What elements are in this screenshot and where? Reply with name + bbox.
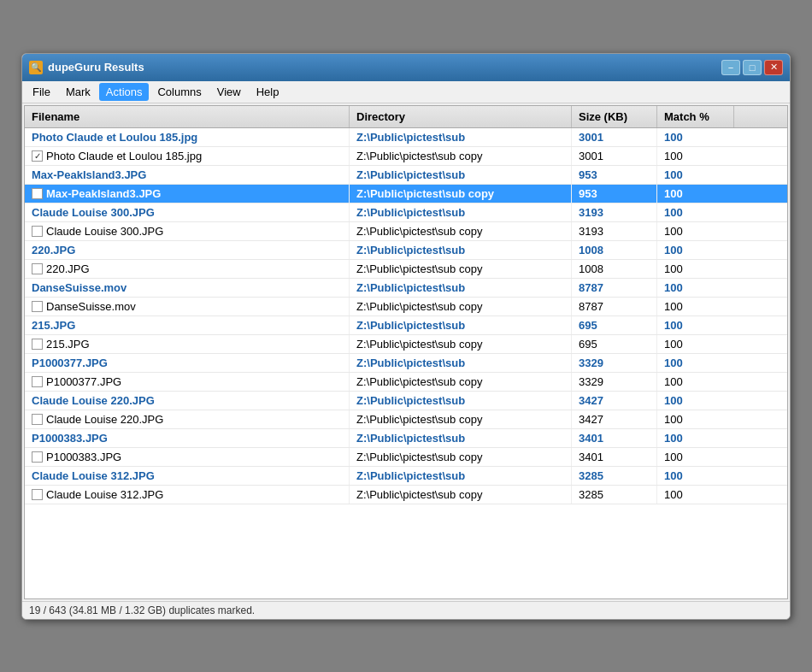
row-checkbox[interactable]: [32, 414, 43, 425]
menu-item-help[interactable]: Help: [250, 83, 286, 101]
table-row[interactable]: DanseSuisse.movZ:\Public\pictest\sub8787…: [25, 279, 787, 298]
table-body[interactable]: Photo Claude et Loulou 185.jpgZ:\Public\…: [25, 128, 787, 598]
cell-match: 100: [657, 429, 734, 447]
close-button[interactable]: ✕: [764, 60, 783, 75]
col-match: Match %: [657, 106, 734, 127]
col-directory: Directory: [350, 106, 572, 127]
cell-size: 3285: [572, 467, 657, 485]
cell-size: 695: [572, 316, 657, 334]
table-row[interactable]: Claude Louise 220.JPGZ:\Public\pictest\s…: [25, 410, 787, 429]
cell-filename: 220.JPG: [25, 241, 350, 259]
row-checkbox[interactable]: [32, 150, 43, 162]
cell-directory: Z:\Public\pictest\sub copy: [350, 335, 572, 353]
table-row[interactable]: 220.JPGZ:\Public\pictest\sub1008100: [25, 241, 787, 260]
cell-directory: Z:\Public\pictest\sub: [350, 166, 572, 184]
minimize-button[interactable]: −: [721, 60, 740, 75]
table-row[interactable]: 215.JPGZ:\Public\pictest\sub695100: [25, 316, 787, 335]
table-row[interactable]: P1000383.JPGZ:\Public\pictest\sub copy34…: [25, 448, 787, 467]
cell-size: 3193: [572, 222, 657, 240]
cell-filename: Claude Louise 220.JPG: [25, 392, 350, 410]
table-row[interactable]: Claude Louise 220.JPGZ:\Public\pictest\s…: [25, 392, 787, 410]
cell-match: 100: [657, 241, 734, 259]
table-row[interactable]: P1000383.JPGZ:\Public\pictest\sub3401100: [25, 429, 787, 448]
cell-size: 3285: [572, 486, 657, 504]
table-row[interactable]: DanseSuisse.movZ:\Public\pictest\sub cop…: [25, 298, 787, 316]
row-checkbox[interactable]: [32, 188, 43, 199]
menu-item-columns[interactable]: Columns: [150, 83, 208, 101]
row-checkbox[interactable]: [32, 301, 43, 312]
cell-filename: Max-PeakIsland3.JPG: [25, 185, 350, 203]
table-row[interactable]: 215.JPGZ:\Public\pictest\sub copy695100: [25, 335, 787, 354]
cell-filename: 215.JPG: [25, 316, 350, 334]
row-checkbox[interactable]: [32, 263, 43, 274]
cell-size: 3427: [572, 410, 657, 428]
row-checkbox[interactable]: [32, 226, 43, 237]
cell-size: 3329: [572, 373, 657, 391]
maximize-button[interactable]: □: [743, 60, 762, 75]
cell-directory: Z:\Public\pictest\sub copy: [350, 410, 572, 428]
cell-filename: Claude Louise 220.JPG: [25, 410, 350, 428]
cell-size: 3401: [572, 429, 657, 447]
window-title: dupeGuru Results: [48, 61, 144, 74]
cell-match: 100: [657, 203, 734, 221]
title-bar-left: 🔍 dupeGuru Results: [29, 61, 144, 74]
cell-directory: Z:\Public\pictest\sub: [350, 392, 572, 410]
cell-filename: P1000383.JPG: [25, 429, 350, 447]
cell-size: 953: [572, 185, 657, 203]
title-bar: 🔍 dupeGuru Results − □ ✕: [22, 54, 790, 81]
cell-size: 8787: [572, 298, 657, 315]
menu-bar: FileMarkActionsColumnsViewHelp: [22, 81, 790, 103]
table-row[interactable]: P1000377.JPGZ:\Public\pictest\sub copy33…: [25, 373, 787, 392]
table-row[interactable]: Max-PeakIsland3.JPGZ:\Public\pictest\sub…: [25, 185, 787, 203]
status-text: 19 / 643 (34.81 MB / 1.32 GB) duplicates…: [29, 604, 255, 616]
cell-size: 8787: [572, 279, 657, 297]
cell-directory: Z:\Public\pictest\sub copy: [350, 185, 572, 203]
results-table-container: Filename Directory Size (KB) Match % Pho…: [24, 105, 788, 599]
table-row[interactable]: Claude Louise 300.JPGZ:\Public\pictest\s…: [25, 203, 787, 222]
cell-size: 3401: [572, 448, 657, 466]
cell-directory: Z:\Public\pictest\sub: [350, 128, 572, 146]
cell-directory: Z:\Public\pictest\sub: [350, 316, 572, 334]
table-row[interactable]: Claude Louise 300.JPGZ:\Public\pictest\s…: [25, 222, 787, 241]
cell-size: 695: [572, 335, 657, 353]
cell-match: 100: [657, 354, 734, 372]
table-row[interactable]: Max-PeakIsland3.JPGZ:\Public\pictest\sub…: [25, 166, 787, 185]
cell-directory: Z:\Public\pictest\sub: [350, 467, 572, 485]
table-header: Filename Directory Size (KB) Match %: [25, 106, 787, 128]
cell-match: 100: [657, 222, 734, 240]
cell-match: 100: [657, 166, 734, 184]
cell-filename: P1000377.JPG: [25, 373, 350, 391]
table-row[interactable]: 220.JPGZ:\Public\pictest\sub copy1008100: [25, 260, 787, 279]
cell-directory: Z:\Public\pictest\sub: [350, 279, 572, 297]
cell-filename: Max-PeakIsland3.JPG: [25, 166, 350, 184]
cell-match: 100: [657, 128, 734, 146]
table-row[interactable]: Photo Claude et Loulou 185.jpgZ:\Public\…: [25, 128, 787, 147]
cell-match: 100: [657, 467, 734, 485]
table-row[interactable]: Claude Louise 312.JPGZ:\Public\pictest\s…: [25, 486, 787, 504]
menu-item-file[interactable]: File: [26, 83, 57, 101]
cell-match: 100: [657, 486, 734, 504]
cell-directory: Z:\Public\pictest\sub copy: [350, 260, 572, 278]
cell-directory: Z:\Public\pictest\sub: [350, 354, 572, 372]
table-row[interactable]: Photo Claude et Loulou 185.jpgZ:\Public\…: [25, 147, 787, 166]
cell-filename: 220.JPG: [25, 260, 350, 278]
cell-size: 953: [572, 166, 657, 184]
cell-directory: Z:\Public\pictest\sub copy: [350, 448, 572, 466]
cell-filename: Claude Louise 300.JPG: [25, 222, 350, 240]
cell-size: 3001: [572, 128, 657, 146]
row-checkbox[interactable]: [32, 376, 43, 387]
cell-match: 100: [657, 448, 734, 466]
row-checkbox[interactable]: [32, 489, 43, 500]
table-row[interactable]: Claude Louise 312.JPGZ:\Public\pictest\s…: [25, 467, 787, 486]
menu-item-actions[interactable]: Actions: [99, 83, 150, 101]
cell-match: 100: [657, 335, 734, 353]
cell-match: 100: [657, 392, 734, 410]
cell-size: 1008: [572, 241, 657, 259]
row-checkbox[interactable]: [32, 339, 43, 350]
menu-item-mark[interactable]: Mark: [59, 83, 97, 101]
row-checkbox[interactable]: [32, 451, 43, 463]
menu-item-view[interactable]: View: [210, 83, 248, 101]
cell-directory: Z:\Public\pictest\sub copy: [350, 147, 572, 165]
cell-size: 1008: [572, 260, 657, 278]
table-row[interactable]: P1000377.JPGZ:\Public\pictest\sub3329100: [25, 354, 787, 373]
